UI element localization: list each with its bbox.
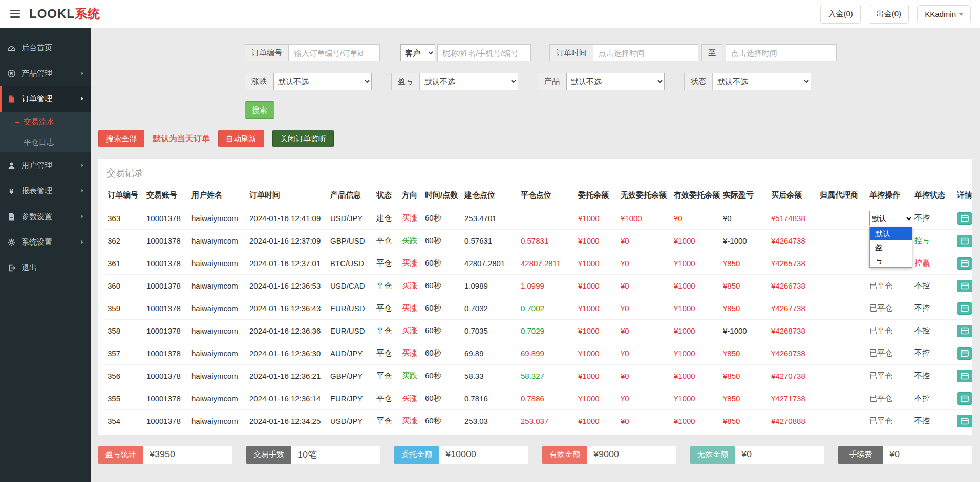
svg-text:¥: ¥ (9, 187, 14, 195)
cell-detail (955, 387, 975, 410)
summary-fee: 手续费 ¥0 (838, 446, 972, 464)
control-cell: 默认默认盈亏 (867, 207, 912, 230)
auto-refresh-button[interactable]: 自动刷新 (218, 130, 264, 147)
cell-order-time: 2024-01-16 12:34:25 (247, 410, 328, 432)
chevron-right-icon (81, 163, 83, 167)
cell-product: EUR/USD (328, 297, 374, 320)
cell-entrust-balance: ¥1000 (576, 410, 619, 432)
control-select[interactable]: 默认 (869, 211, 913, 226)
detail-button[interactable] (957, 302, 972, 315)
time-from-input[interactable] (593, 44, 698, 61)
cell-username: haiwaiymcom (189, 387, 247, 410)
status-filter-group: 状态 默认不选 (684, 73, 811, 90)
sidebar-item-parameters[interactable]: 参数设置 (0, 204, 91, 229)
sidebar-item-label: 产品管理 (22, 69, 52, 78)
profit-select[interactable]: 默认不选 (420, 73, 518, 90)
cell-account: 10001378 (144, 207, 189, 230)
detail-button[interactable] (957, 325, 972, 337)
detail-card-icon (961, 350, 969, 357)
cell-valid-entrust-balance: ¥1000 (672, 275, 721, 297)
order-no-label: 订单编号 (245, 44, 289, 61)
cell-invalid-entrust-balance: ¥0 (619, 387, 672, 410)
control-option[interactable]: 盈 (870, 240, 912, 254)
sidebar-item-users[interactable]: 用户管理 (0, 152, 91, 178)
cell-period: 60秒 (423, 365, 462, 387)
cell-open-price: 1.0989 (462, 275, 519, 297)
detail-button[interactable] (957, 370, 972, 382)
product-select[interactable]: 默认不选 (566, 73, 665, 90)
withdraw-button[interactable]: 出金(0) (869, 5, 909, 24)
time-to-input[interactable] (726, 44, 837, 61)
cell-control-status: 不控 (912, 297, 955, 320)
user-menu-button[interactable]: KKadmin (917, 5, 971, 23)
cell-status: 平仓 (374, 297, 400, 320)
cell-direction: 买涨 (400, 410, 423, 432)
sidebar-item-system[interactable]: 系统设置 (0, 229, 91, 255)
cell-agent (818, 230, 867, 252)
column-header: 归属代理商 (818, 185, 867, 207)
cell-account: 10001378 (144, 320, 189, 342)
search-all-button[interactable]: 搜索全部 (98, 130, 144, 147)
detail-button[interactable] (957, 257, 972, 270)
sidebar-item-trade-flow[interactable]: – 交易流水 (0, 112, 91, 132)
cell-username: haiwaiymcom (189, 230, 247, 252)
cell-actual-profit: ¥850 (721, 252, 769, 275)
cell-agent (818, 342, 867, 365)
column-header: 订单时间 (247, 185, 328, 207)
cell-order-no: 359 (105, 297, 144, 320)
table-row: 360 10001378 haiwaiymcom 2024-01-16 12:3… (105, 275, 975, 297)
cell-detail (955, 252, 975, 275)
sidebar-item-orders[interactable]: 订单管理 (0, 86, 91, 112)
detail-button[interactable] (957, 280, 972, 292)
cell-control-status: 控赢 (912, 252, 955, 275)
column-header: 单控操作 (867, 185, 912, 207)
cell-close-price: 0.7002 (519, 297, 576, 320)
cell-detail (955, 207, 975, 230)
trade-table-body: 363 10001378 haiwaiymcom 2024-01-16 12:4… (105, 207, 975, 432)
detail-button[interactable] (957, 347, 972, 360)
order-file-icon (7, 95, 16, 103)
detail-card-icon (961, 395, 969, 402)
gear-icon (7, 238, 16, 247)
detail-button[interactable] (957, 235, 972, 247)
updown-select[interactable]: 默认不选 (273, 73, 372, 90)
sidebar-item-logout[interactable]: 退出 (0, 255, 91, 280)
sidebar-item-close-log[interactable]: – 平仓日志 (0, 132, 91, 152)
detail-button[interactable] (957, 392, 972, 405)
cell-entrust-balance: ¥1000 (576, 387, 619, 410)
cell-username: haiwaiymcom (189, 365, 247, 387)
summary-invalid-amount: 无效金额 ¥0 (690, 446, 824, 464)
close-order-listen-button[interactable]: 关闭订单监听 (272, 130, 334, 147)
control-option[interactable]: 亏 (870, 254, 912, 267)
cell-order-time: 2024-01-16 12:36:14 (247, 387, 328, 410)
cell-order-no: 357 (105, 342, 144, 365)
detail-button[interactable] (957, 415, 972, 427)
detail-card-icon (961, 373, 969, 380)
table-row: 358 10001378 haiwaiymcom 2024-01-16 12:3… (105, 320, 975, 342)
deposit-button[interactable]: 入金(0) (820, 5, 860, 24)
cell-status: 平仓 (374, 410, 400, 432)
sidebar-item-products[interactable]: B 产品管理 (0, 60, 91, 86)
sidebar-item-dashboard[interactable]: 后台首页 (0, 35, 91, 60)
sidebar-item-reports[interactable]: ¥ 报表管理 (0, 178, 91, 204)
detail-button[interactable] (957, 212, 972, 225)
order-no-input[interactable] (289, 44, 380, 61)
customer-search-input[interactable] (437, 44, 531, 61)
customer-type-select[interactable]: 客户 (400, 44, 435, 61)
status-select[interactable]: 默认不选 (713, 73, 811, 90)
cell-agent (818, 207, 867, 230)
control-cell: 已平仓 (867, 275, 912, 297)
cell-agent (818, 252, 867, 275)
logout-icon (7, 264, 16, 272)
cell-account: 10001378 (144, 342, 189, 365)
chevron-right-icon (81, 240, 83, 244)
search-button[interactable]: 搜索 (245, 101, 274, 119)
detail-card-icon (961, 305, 969, 312)
hamburger-menu-icon[interactable] (9, 8, 21, 20)
cell-status: 平仓 (374, 230, 400, 252)
summary-value: ¥0 (883, 446, 972, 464)
control-option[interactable]: 默认 (870, 227, 912, 240)
cell-close-price: 253.037 (519, 410, 576, 432)
control-cell: 已平仓 (867, 297, 912, 320)
cell-after-balance: ¥4266738 (769, 275, 818, 297)
